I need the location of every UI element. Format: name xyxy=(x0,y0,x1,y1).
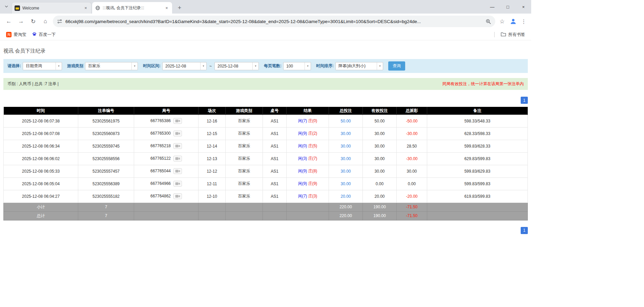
valid-bet-cell: 30.00 xyxy=(363,140,397,152)
total-bet-link[interactable]: 20.00 xyxy=(329,190,363,203)
payout-cell: -50.00 xyxy=(397,115,427,127)
result-cell: 闲(9) 庄(2) xyxy=(287,127,329,140)
column-header: 总派彩 xyxy=(397,107,427,115)
new-tab-button[interactable]: + xyxy=(175,3,184,13)
tab-search-button[interactable] xyxy=(1,0,12,14)
tab-title: Welcome xyxy=(22,6,81,11)
divider xyxy=(494,32,495,37)
video-replay-icon[interactable] xyxy=(173,118,182,124)
video-replay-icon[interactable] xyxy=(173,156,182,161)
note-cell: 599.83/599.83 xyxy=(427,177,528,190)
date-start-select[interactable]: 2025-12-08 ▾ xyxy=(162,62,207,70)
time-cell: 2025-12-08 06:05:04 xyxy=(4,177,78,190)
query-button[interactable]: 查询 xyxy=(388,61,405,71)
total-bet-link[interactable]: 50.00 xyxy=(329,115,363,127)
total-bet-link[interactable]: 30.00 xyxy=(329,165,363,177)
bookmark-baidu[interactable]: 百度一下 xyxy=(29,31,59,39)
video-replay-icon[interactable] xyxy=(173,181,182,187)
home-button[interactable]: ⌂ xyxy=(39,15,51,27)
column-header: 备注 xyxy=(427,107,528,115)
close-button[interactable]: × xyxy=(516,0,531,14)
bookmark-star-icon[interactable]: ☆ xyxy=(497,16,507,27)
round-id: 667764966 xyxy=(150,181,171,186)
time-cell: 2025-12-08 06:04:27 xyxy=(4,190,78,203)
summary-empty-cell xyxy=(263,203,287,211)
round-cell: 667765044 xyxy=(134,165,199,177)
total-bet-link[interactable]: 30.00 xyxy=(329,152,363,165)
page-1-button[interactable]: 1 xyxy=(521,227,528,234)
reload-button[interactable]: ↻ xyxy=(27,15,39,27)
query-type-label: 请选择: xyxy=(7,63,21,69)
column-header: 结果 xyxy=(287,107,329,115)
summary-empty-cell xyxy=(263,211,287,220)
valid-bet-cell: 50.00 xyxy=(363,115,397,127)
payout-cell: -30.00 xyxy=(397,152,427,165)
chevron-down-icon: ▾ xyxy=(131,62,138,70)
bookmark-label: 爱淘宝 xyxy=(14,32,26,38)
video-replay-icon[interactable] xyxy=(173,131,182,136)
total-bet-link[interactable]: 30.00 xyxy=(329,140,363,152)
time-cell: 2025-12-08 06:07:08 xyxy=(4,127,78,140)
url-text: 66cxkj98.com/game/betrecord_search/kind3… xyxy=(65,19,482,24)
page-1-button[interactable]: 1 xyxy=(521,97,528,104)
summary-label: 总计 xyxy=(4,211,78,220)
round-id: 667765300 xyxy=(150,131,171,136)
payout-cell: 28.50 xyxy=(397,140,427,152)
column-header: 时间 xyxy=(4,107,78,115)
forward-button[interactable]: → xyxy=(15,15,27,27)
total-bet-link[interactable]: 30.00 xyxy=(329,177,363,190)
address-bar[interactable]: 66cxkj98.com/game/betrecord_search/kind3… xyxy=(53,16,495,27)
table-row: 2025-12-08 06:05:04523025556389667764966… xyxy=(4,177,528,190)
video-replay-icon[interactable] xyxy=(173,143,182,149)
date-end-select[interactable]: 2025-12-08 ▾ xyxy=(214,62,259,70)
round-cell: 667765218 xyxy=(134,140,199,152)
zoom-icon[interactable] xyxy=(485,19,491,24)
tab-close-icon[interactable]: × xyxy=(164,5,169,11)
banker-result: 庄(7) xyxy=(308,156,317,161)
column-header: 总投注 xyxy=(329,107,363,115)
baidu-paw-icon xyxy=(32,32,37,38)
per-page-select[interactable]: 100 ▾ xyxy=(283,62,311,70)
menu-icon[interactable]: ⋮ xyxy=(519,16,528,27)
summary-payout: -71.50 xyxy=(397,211,427,220)
tab-welcome[interactable]: Welcome × xyxy=(12,2,91,14)
maximize-button[interactable]: □ xyxy=(500,0,516,14)
game-type-cell: 百家乐 xyxy=(226,140,263,152)
bet-id-cell: 523025556389 xyxy=(78,177,134,190)
all-bookmarks-button[interactable]: 所有书签 xyxy=(498,31,528,39)
total-bet-link[interactable]: 30.00 xyxy=(329,127,363,140)
column-header: 注单编号 xyxy=(78,107,134,115)
game-type-cell: 百家乐 xyxy=(226,190,263,203)
tab-betrecord[interactable]: :::视讯, 会员下注纪录::: × xyxy=(92,2,172,14)
session-cell: 12-15 xyxy=(199,127,226,140)
banker-result: 庄(5) xyxy=(308,143,317,148)
game-type-cell: 百家乐 xyxy=(226,177,263,190)
tab-close-icon[interactable]: × xyxy=(83,5,88,11)
video-replay-icon[interactable] xyxy=(173,168,182,174)
folder-icon xyxy=(501,32,506,38)
site-settings-icon[interactable] xyxy=(57,19,62,24)
note-cell: 619.83/599.83 xyxy=(427,190,528,203)
session-cell: 12-16 xyxy=(199,115,226,127)
profile-avatar[interactable] xyxy=(507,16,519,27)
sort-select[interactable]: 降幂(由大到小) ▾ xyxy=(335,62,383,70)
globe-favicon-icon xyxy=(95,5,100,11)
bookmark-aitaobao[interactable]: 淘 爱淘宝 xyxy=(3,31,29,39)
summary-count: 7 xyxy=(78,203,134,211)
table-row: 2025-12-08 06:07:38523025561975667765386… xyxy=(4,115,528,127)
bet-records-table: 时间注单编号局号场次游戏类别桌号结果总投注有效投注总派彩备注 2025-12-0… xyxy=(3,107,528,220)
session-cell: 12-12 xyxy=(199,165,226,177)
note-cell: 628.33/598.33 xyxy=(427,127,528,140)
table-no-cell: AS1 xyxy=(263,190,287,203)
player-result: 闲(7) xyxy=(298,118,307,123)
chevron-down-icon: ▾ xyxy=(200,62,206,70)
video-replay-icon[interactable] xyxy=(173,193,182,199)
query-type-select[interactable]: 日期查询 ▾ xyxy=(23,62,62,70)
summary-empty-cell xyxy=(427,211,528,220)
chevron-down-icon xyxy=(4,4,8,10)
chevron-down-icon: ▾ xyxy=(377,62,383,70)
minimize-button[interactable]: — xyxy=(484,0,500,14)
game-type-select[interactable]: 百家乐 ▾ xyxy=(85,62,138,70)
back-button[interactable]: ← xyxy=(3,15,15,27)
session-cell: 12-14 xyxy=(199,140,226,152)
